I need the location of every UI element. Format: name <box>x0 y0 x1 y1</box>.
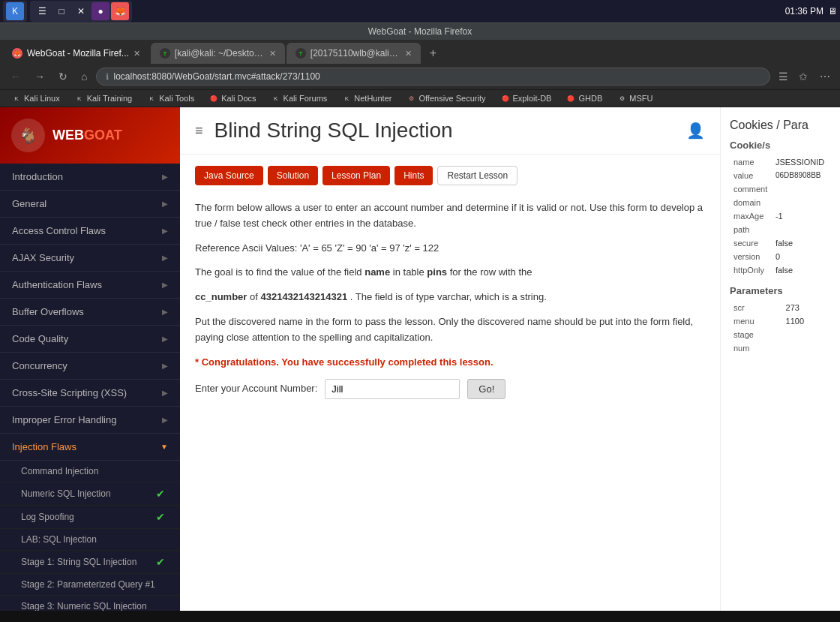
browser-tab-2[interactable]: T [20175110wlb@kali: /ho... ✕ <box>286 43 421 64</box>
bookmark-kali-docs[interactable]: 🔴 Kali Docs <box>203 92 262 104</box>
para3-mid: in table <box>393 266 428 278</box>
taskbar-icon-kali[interactable]: K <box>6 2 24 20</box>
lesson-plan-button[interactable]: Lesson Plan <box>322 166 390 185</box>
taskbar-icon-1[interactable]: ☰ <box>33 2 51 20</box>
solution-button[interactable]: Solution <box>268 166 318 185</box>
para4-end: . The field is of type varchar, which is… <box>350 291 547 302</box>
cookie-row-1: value 06DB8908BB <box>731 170 830 182</box>
sidebar-item-general[interactable]: General ▶ <box>0 191 180 218</box>
bookmark-nethunter[interactable]: K NetHunter <box>336 92 398 104</box>
sidebar: 🐐 WEBGOAT Introduction ▶ General ▶ Acces… <box>0 107 180 611</box>
sidebar-sub-log-spoofing[interactable]: Log Spoofing ✔ <box>0 506 180 529</box>
browser-tab-0[interactable]: 🦊 WebGoat - Mozilla Firef... ✕ <box>3 43 149 64</box>
sidebar-item-access-control[interactable]: Access Control Flaws ▶ <box>0 218 180 245</box>
bookmarks-bar: K Kali Linux K Kali Training K Kali Tool… <box>0 90 840 107</box>
bookmark-kali-linux[interactable]: K Kali Linux <box>6 92 66 104</box>
sidebar-sub-numeric-sql[interactable]: Numeric SQL Injection ✔ <box>0 482 180 506</box>
sidebar-item-label-injection-flaws: Injection Flaws <box>12 441 76 452</box>
browser-content: 🐐 WEBGOAT Introduction ▶ General ▶ Acces… <box>0 107 840 611</box>
bookmark-favicon-kali-forums: K <box>272 94 280 103</box>
sidebar-sub-stage1[interactable]: Stage 1: String SQL Injection ✔ <box>0 551 180 574</box>
cookie-row-8: httpOnly false <box>731 264 830 276</box>
account-form-row: Enter your Account Number: Go! <box>195 379 705 399</box>
go-button[interactable]: Go! <box>467 379 506 399</box>
cookie-value-8: false <box>773 264 830 276</box>
reader-view-button[interactable]: ☰ <box>775 68 792 85</box>
taskbar-icon-firefox[interactable]: 🦊 <box>111 2 129 20</box>
sidebar-item-code-quality[interactable]: Code Quality ▶ <box>0 326 180 353</box>
sidebar-item-label-authentication-flaws: Authentication Flaws <box>12 279 102 290</box>
restart-lesson-button[interactable]: Restart Lesson <box>437 166 518 185</box>
os-taskbar: K ☰ □ ✕ ● 🦊 01:36 PM 🖥 <box>0 0 840 23</box>
tab-favicon-2: T <box>296 48 306 59</box>
cookie-name-7: version <box>731 251 772 263</box>
bookmark-label-kali-docs: Kali Docs <box>221 94 256 103</box>
sidebar-logo: 🐐 WEBGOAT <box>0 107 180 164</box>
bookmark-ghdb[interactable]: 🔴 GHDB <box>560 92 608 104</box>
bookmark-label-kali-tools: Kali Tools <box>159 94 194 103</box>
bookmark-kali-training[interactable]: K Kali Training <box>69 92 139 104</box>
reload-button[interactable]: ↻ <box>54 68 72 85</box>
sidebar-item-introduction[interactable]: Introduction ▶ <box>0 164 180 191</box>
back-button[interactable]: ← <box>6 68 26 85</box>
bookmark-kali-forums[interactable]: K Kali Forums <box>266 92 334 104</box>
taskbar-icon-2[interactable]: □ <box>52 2 70 20</box>
browser-title: WebGoat - Mozilla Firefox <box>368 26 472 37</box>
home-button[interactable]: ⌂ <box>76 68 92 85</box>
url-bar[interactable]: ℹ localhost:8080/WebGoat/start.mvc#attac… <box>96 68 770 86</box>
bookmark-button[interactable]: ✩ <box>795 68 812 85</box>
para3-prefix: The goal is to find the value of the fie… <box>195 266 364 278</box>
tab-close-2[interactable]: ✕ <box>405 49 412 59</box>
sidebar-item-injection-flaws[interactable]: Injection Flaws ▼ <box>0 434 180 461</box>
java-source-button[interactable]: Java Source <box>195 166 263 185</box>
cookie-name-2: comment <box>731 183 772 195</box>
browser-tabs: 🦊 WebGoat - Mozilla Firef... ✕ T [kali@k… <box>0 40 840 64</box>
sidebar-sub-label-stage3: Stage 3: Numeric SQL Injection <box>21 601 147 611</box>
cookie-row-0: name JSESSIONID <box>731 156 830 168</box>
sidebar-item-buffer-overflows[interactable]: Buffer Overflows ▶ <box>0 299 180 326</box>
param-row-1: menu 1100 <box>731 315 830 327</box>
cookie-value-1: 06DB8908BB <box>773 170 830 182</box>
cookie-row-3: domain <box>731 197 830 209</box>
bookmark-exploit-db[interactable]: 🔴 Exploit-DB <box>495 92 558 104</box>
hamburger-menu-button[interactable]: ≡ <box>195 123 203 139</box>
tab-close-0[interactable]: ✕ <box>134 49 140 59</box>
para3-end: for the row with the <box>450 266 532 278</box>
bookmark-msfu[interactable]: ⚙ MSFU <box>611 92 658 104</box>
sidebar-item-xss[interactable]: Cross-Site Scripting (XSS) ▶ <box>0 380 180 407</box>
bookmark-kali-tools[interactable]: K Kali Tools <box>141 92 200 104</box>
sidebar-sub-stage2[interactable]: Stage 2: Parameterized Query #1 <box>0 574 180 596</box>
bookmark-favicon-exploit-db: 🔴 <box>501 94 510 103</box>
sidebar-item-improper-error[interactable]: Improper Error Handling ▶ <box>0 407 180 434</box>
sidebar-item-authentication-flaws[interactable]: Authentication Flaws ▶ <box>0 272 180 299</box>
sidebar-item-ajax-security[interactable]: AJAX Security ▶ <box>0 245 180 272</box>
new-tab-button[interactable]: + <box>422 43 444 64</box>
sidebar-item-concurrency[interactable]: Concurrency ▶ <box>0 353 180 380</box>
account-number-input[interactable] <box>325 379 460 399</box>
cookie-name-6: secure <box>731 237 772 249</box>
taskbar-icon-4[interactable]: ● <box>92 2 110 20</box>
browser-tab-1[interactable]: T [kali@kali: ~/Desktop/w... ✕ <box>151 43 285 64</box>
para4-value: 4321432143214321 <box>260 291 347 302</box>
menu-button[interactable]: ⋯ <box>816 68 834 85</box>
params-section-title: Parameters <box>730 285 831 296</box>
arrow-icon-introduction: ▶ <box>162 173 168 181</box>
sidebar-item-label-access-control: Access Control Flaws <box>12 225 106 236</box>
sidebar-sub-lab-sql[interactable]: LAB: SQL Injection <box>0 529 180 551</box>
hints-button[interactable]: Hints <box>394 166 433 185</box>
url-text: localhost:8080/WebGoat/start.mvc#attack/… <box>113 71 320 82</box>
arrow-icon-xss: ▶ <box>162 389 168 397</box>
cookie-value-4: -1 <box>773 210 830 222</box>
taskbar-icon-3[interactable]: ✕ <box>72 2 90 20</box>
sidebar-sub-command-injection[interactable]: Command Injection <box>0 461 180 482</box>
para3-table-name: pins <box>427 266 447 278</box>
arrow-icon-code-quality: ▶ <box>162 335 168 343</box>
cookie-name-8: httpOnly <box>731 264 772 276</box>
sidebar-sub-stage3[interactable]: Stage 3: Numeric SQL Injection <box>0 596 180 611</box>
bookmark-offensive-security[interactable]: ⚙ Offensive Security <box>400 92 491 104</box>
cookies-table: name JSESSIONID value 06DB8908BB comment… <box>730 155 831 278</box>
forward-button[interactable]: → <box>30 68 50 85</box>
tab-close-1[interactable]: ✕ <box>269 49 276 59</box>
user-icon-button[interactable]: 👤 <box>686 122 705 140</box>
arrow-icon-access-control: ▶ <box>162 227 168 235</box>
